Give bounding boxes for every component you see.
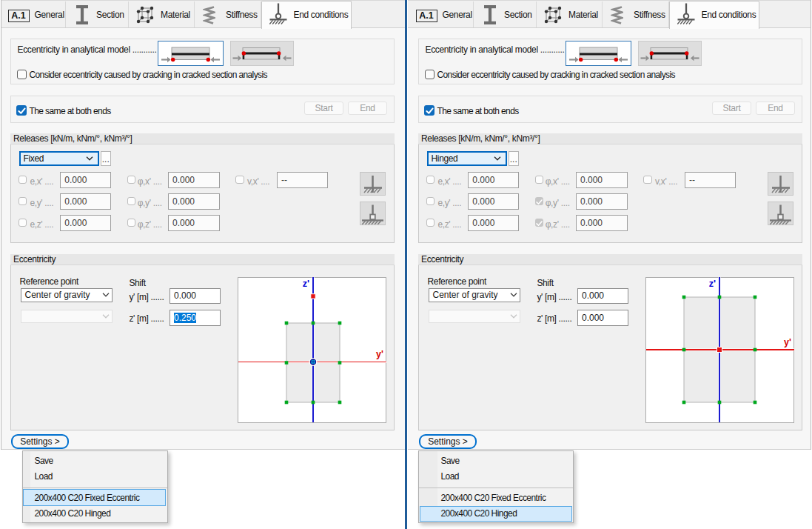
svg-text:y': y' [376,349,383,359]
svg-text:z': z' [708,279,715,289]
svg-text:z': z' [302,279,309,289]
svg-text:y': y' [784,337,791,347]
